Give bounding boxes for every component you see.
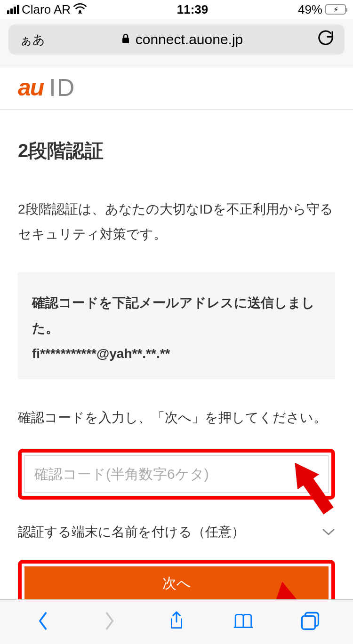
- lock-icon: [120, 32, 131, 48]
- reader-mode-button[interactable]: ぁあ: [20, 32, 45, 48]
- id-logo-text: ID: [49, 73, 75, 102]
- info-box-message: 確認コードを下記メールアドレスに送信しました。: [32, 290, 321, 340]
- forward-button[interactable]: [100, 611, 120, 633]
- au-logo: au: [18, 74, 43, 101]
- confirmation-info-box: 確認コードを下記メールアドレスに送信しました。 fi***********@ya…: [18, 272, 335, 379]
- svg-point-0: [79, 10, 81, 12]
- url-domain: connect.auone.jp: [136, 32, 243, 48]
- page-title: 2段階認証: [18, 138, 335, 164]
- tabs-button[interactable]: [300, 611, 320, 633]
- verification-code-input[interactable]: [24, 455, 329, 493]
- share-button[interactable]: [167, 611, 186, 633]
- svg-rect-3: [302, 616, 315, 629]
- clock: 11:39: [177, 2, 209, 17]
- wifi-icon: [73, 2, 87, 17]
- page-description: 2段階認証は、あなたの大切なIDを不正利用から守るセキュリティ対策です。: [18, 197, 335, 246]
- carrier-label: Claro AR: [22, 2, 71, 17]
- chevron-down-icon: [322, 525, 335, 540]
- cellular-signal-icon: [7, 5, 19, 14]
- url-bar[interactable]: ぁあ connect.auone.jp: [8, 24, 345, 55]
- browser-chrome: ぁあ connect.auone.jp: [0, 19, 353, 65]
- back-button[interactable]: [33, 611, 53, 633]
- browser-toolbar: [0, 599, 353, 644]
- device-name-expander[interactable]: 認証する端末に名前を付ける（任意）: [18, 518, 335, 560]
- expander-label: 認証する端末に名前を付ける（任意）: [18, 523, 245, 541]
- status-bar: Claro AR 11:39 49% ⚡︎: [0, 0, 353, 19]
- site-header: au ID: [0, 65, 353, 110]
- svg-rect-1: [122, 38, 129, 43]
- battery-icon: ⚡︎: [325, 4, 346, 15]
- masked-email: fi***********@yah**.**.**: [32, 346, 321, 361]
- input-instruction: 確認コードを入力し、「次へ」を押してください。: [18, 405, 335, 430]
- battery-percent: 49%: [298, 2, 322, 17]
- bookmarks-button[interactable]: [233, 611, 253, 633]
- reload-button[interactable]: [318, 30, 333, 49]
